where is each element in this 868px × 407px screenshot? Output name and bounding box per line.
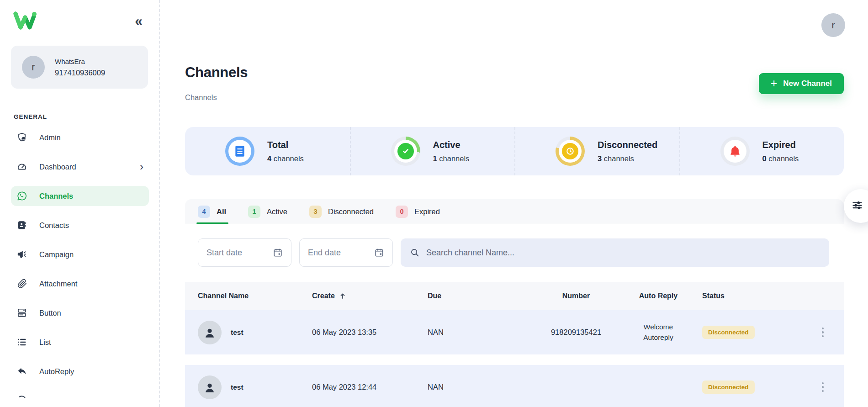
sidebar-item-label: Contacts [39, 221, 69, 230]
main-content: r Channels Channels + New Channel [160, 0, 868, 407]
table-header: Channel Name Create Due Number Auto Repl… [185, 282, 844, 310]
sidebar-item-dashboard[interactable]: Dashboard › [11, 157, 149, 177]
channel-create: 06 May 2023 13:35 [312, 328, 428, 337]
sidebar-item-label: Channels [39, 192, 73, 201]
end-date-input[interactable] [308, 248, 374, 258]
tab-disconnected[interactable]: 3 Disconnected [309, 199, 374, 224]
stat-expired: Expired 0 channels [679, 127, 844, 175]
stat-count: 3 [598, 154, 602, 163]
col-auto-reply: Auto Reply [622, 292, 695, 300]
start-date-input[interactable] [206, 248, 273, 258]
plus-icon: + [771, 78, 778, 89]
paperclip-icon [16, 278, 27, 289]
sidebar-item-autoreply[interactable]: AutoReply [11, 361, 149, 381]
sidebar-user-card[interactable]: r WhatsEra 917410936009 [11, 46, 148, 89]
sort-up-icon [339, 292, 346, 300]
stacked-buttons-icon [16, 307, 27, 318]
topbar-avatar[interactable]: r [821, 13, 845, 37]
check-icon [397, 143, 414, 159]
app-window: « r WhatsEra 917410936009 GENERAL [0, 0, 868, 407]
status-badge: Disconnected [702, 381, 755, 394]
channel-due: NAN [428, 383, 530, 391]
tab-label: All [217, 207, 226, 216]
channel-due: NAN [428, 328, 530, 337]
tab-count-badge: 4 [198, 206, 210, 218]
sidebar-item-label: Dashboard [39, 163, 76, 171]
status-badge: Disconnected [702, 326, 755, 339]
user-name: WhatsEra [55, 58, 105, 65]
sliders-icon [851, 199, 863, 213]
contacts-book-icon [16, 220, 27, 231]
stat-label: Expired [762, 140, 799, 150]
col-create-label: Create [312, 292, 335, 300]
sidebar-collapse-button[interactable]: « [135, 14, 143, 28]
new-channel-label: New Channel [783, 79, 832, 88]
tab-count-badge: 1 [248, 206, 260, 218]
start-date-field[interactable] [198, 238, 291, 267]
partial-icon [16, 395, 27, 406]
end-date-field[interactable] [299, 238, 393, 267]
stat-unit: channels [274, 154, 304, 163]
sidebar-item-attachment[interactable]: Attachment [11, 274, 149, 294]
sidebar-item-button[interactable]: Button [11, 303, 149, 323]
stat-count: 4 [267, 154, 271, 163]
page-title: Channels [185, 64, 248, 81]
table-settings-button[interactable] [844, 189, 868, 223]
calendar-icon[interactable] [273, 248, 283, 258]
sidebar-item-partial[interactable] [11, 391, 149, 407]
channel-name: test [231, 328, 312, 337]
stat-active: Active 1 channels [350, 127, 515, 175]
row-actions-menu-button[interactable] [819, 325, 827, 340]
user-phone: 917410936009 [55, 69, 105, 77]
dashboard-gauge-icon [16, 161, 27, 172]
sidebar-item-admin[interactable]: Admin [11, 127, 149, 148]
channel-avatar [198, 321, 222, 344]
search-field[interactable] [401, 238, 829, 267]
sidebar-item-campaign[interactable]: Campaign [11, 244, 149, 264]
clock-icon [562, 143, 578, 159]
channel-create: 06 May 2023 12:44 [312, 383, 428, 391]
sidebar-item-list[interactable]: List [11, 332, 149, 352]
col-create-sort[interactable]: Create [312, 292, 428, 300]
stat-label: Disconnected [598, 140, 657, 150]
search-input[interactable] [426, 248, 820, 258]
stat-unit: channels [768, 154, 799, 163]
stat-label: Active [433, 140, 470, 150]
breadcrumb[interactable]: Channels [185, 93, 248, 102]
tab-count-badge: 3 [309, 206, 322, 218]
channel-number: 918209135421 [530, 328, 622, 337]
calendar-icon[interactable] [374, 248, 384, 258]
channels-card: 4 All 1 Active 3 Disconnected 0 Expired [185, 199, 844, 407]
col-due: Due [428, 292, 530, 300]
tab-active[interactable]: 1 Active [248, 199, 287, 224]
channel-avatar [198, 375, 222, 399]
tab-count-badge: 0 [396, 206, 408, 218]
new-channel-button[interactable]: + New Channel [759, 73, 844, 94]
tab-all[interactable]: 4 All [198, 199, 226, 224]
filter-bar [185, 224, 844, 282]
stat-total: Total 4 channels [185, 127, 350, 175]
bulleted-list-icon [16, 337, 27, 348]
active-ring [391, 137, 420, 166]
whatsera-logo-icon [13, 11, 37, 31]
col-status: Status [695, 292, 804, 300]
sidebar-item-label: Attachment [39, 280, 77, 288]
tab-bar: 4 All 1 Active 3 Disconnected 0 Expired [185, 199, 844, 224]
channel-auto-reply: Welcome Autoreply [635, 322, 682, 343]
sidebar-item-contacts[interactable]: Contacts [11, 215, 149, 235]
search-icon [410, 248, 420, 258]
sidebar-item-label: Button [39, 309, 61, 317]
tab-label: Disconnected [328, 207, 374, 216]
megaphone-icon [16, 249, 27, 260]
stat-unit: channels [439, 154, 469, 163]
tab-label: Active [267, 207, 287, 216]
sidebar-item-label: AutoReply [39, 367, 74, 376]
sidebar-item-channels[interactable]: Channels [11, 186, 149, 206]
sidebar-section-label: GENERAL [14, 113, 159, 120]
total-ring [225, 137, 254, 166]
whatsapp-icon [16, 190, 27, 201]
row-actions-menu-button[interactable] [819, 380, 827, 395]
stat-count: 1 [433, 154, 437, 163]
tab-expired[interactable]: 0 Expired [396, 199, 440, 224]
sidebar-nav: Admin Dashboard › [0, 127, 159, 407]
